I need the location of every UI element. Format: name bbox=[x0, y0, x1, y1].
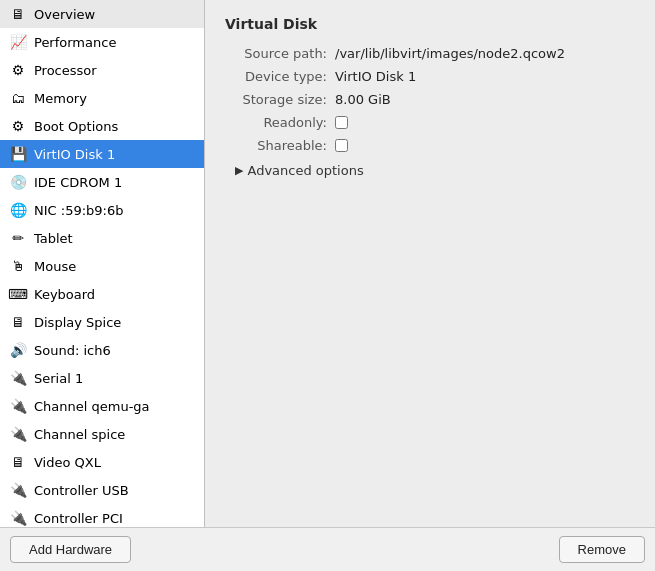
content-area: Virtual Disk Source path:/var/lib/libvir… bbox=[205, 0, 655, 527]
shareable-label: Shareable: bbox=[225, 138, 335, 153]
readonly-label: Readonly: bbox=[225, 115, 335, 130]
sidebar-label-controller-usb: Controller USB bbox=[34, 483, 129, 498]
channel-spice-icon: 🔌 bbox=[8, 424, 28, 444]
field-row-1: Device type:VirtIO Disk 1 bbox=[225, 69, 635, 84]
controller-usb-icon: 🔌 bbox=[8, 480, 28, 500]
sound-ich6-icon: 🔊 bbox=[8, 340, 28, 360]
overview-icon: 🖥 bbox=[8, 4, 28, 24]
field-value-2: 8.00 GiB bbox=[335, 92, 391, 107]
advanced-options-arrow: ▶ bbox=[235, 164, 243, 177]
add-hardware-button[interactable]: Add Hardware bbox=[10, 536, 131, 563]
sidebar-item-boot-options[interactable]: ⚙Boot Options bbox=[0, 112, 204, 140]
sidebar-label-mouse: Mouse bbox=[34, 259, 76, 274]
sidebar-item-controller-usb[interactable]: 🔌Controller USB bbox=[0, 476, 204, 504]
virtio-disk-1-icon: 💾 bbox=[8, 144, 28, 164]
sidebar-label-nic: NIC :59:b9:6b bbox=[34, 203, 124, 218]
sidebar-label-sound-ich6: Sound: ich6 bbox=[34, 343, 111, 358]
controller-pci-icon: 🔌 bbox=[8, 508, 28, 527]
readonly-checkbox[interactable] bbox=[335, 116, 348, 129]
field-row-0: Source path:/var/lib/libvirt/images/node… bbox=[225, 46, 635, 61]
sidebar-label-ide-cdrom-1: IDE CDROM 1 bbox=[34, 175, 122, 190]
field-label-2: Storage size: bbox=[225, 92, 335, 107]
processor-icon: ⚙ bbox=[8, 60, 28, 80]
sidebar-item-serial-1[interactable]: 🔌Serial 1 bbox=[0, 364, 204, 392]
tablet-icon: ✏ bbox=[8, 228, 28, 248]
sidebar-label-boot-options: Boot Options bbox=[34, 119, 118, 134]
sidebar-label-keyboard: Keyboard bbox=[34, 287, 95, 302]
sidebar-item-nic[interactable]: 🌐NIC :59:b9:6b bbox=[0, 196, 204, 224]
field-label-1: Device type: bbox=[225, 69, 335, 84]
sidebar-item-ide-cdrom-1[interactable]: 💿IDE CDROM 1 bbox=[0, 168, 204, 196]
sidebar-item-controller-pci[interactable]: 🔌Controller PCI bbox=[0, 504, 204, 527]
shareable-row: Shareable: bbox=[225, 138, 635, 153]
keyboard-icon: ⌨ bbox=[8, 284, 28, 304]
sidebar-item-video-qxl[interactable]: 🖥Video QXL bbox=[0, 448, 204, 476]
field-row-2: Storage size:8.00 GiB bbox=[225, 92, 635, 107]
sidebar-label-virtio-disk-1: VirtIO Disk 1 bbox=[34, 147, 115, 162]
remove-button[interactable]: Remove bbox=[559, 536, 645, 563]
sidebar-item-display-spice[interactable]: 🖥Display Spice bbox=[0, 308, 204, 336]
sidebar-label-channel-spice: Channel spice bbox=[34, 427, 125, 442]
field-value-1: VirtIO Disk 1 bbox=[335, 69, 416, 84]
readonly-row: Readonly: bbox=[225, 115, 635, 130]
advanced-options-label: Advanced options bbox=[247, 163, 363, 178]
boot-options-icon: ⚙ bbox=[8, 116, 28, 136]
shareable-checkbox[interactable] bbox=[335, 139, 348, 152]
performance-icon: 📈 bbox=[8, 32, 28, 52]
sidebar-label-controller-pci: Controller PCI bbox=[34, 511, 123, 526]
sidebar-label-display-spice: Display Spice bbox=[34, 315, 121, 330]
channel-qemu-ga-icon: 🔌 bbox=[8, 396, 28, 416]
advanced-options-toggle[interactable]: ▶ Advanced options bbox=[235, 163, 635, 178]
content-title: Virtual Disk bbox=[225, 16, 635, 32]
sidebar-item-channel-spice[interactable]: 🔌Channel spice bbox=[0, 420, 204, 448]
field-value-0: /var/lib/libvirt/images/node2.qcow2 bbox=[335, 46, 565, 61]
video-qxl-icon: 🖥 bbox=[8, 452, 28, 472]
sidebar-item-memory[interactable]: 🗂Memory bbox=[0, 84, 204, 112]
sidebar-label-processor: Processor bbox=[34, 63, 97, 78]
sidebar-label-overview: Overview bbox=[34, 7, 95, 22]
serial-1-icon: 🔌 bbox=[8, 368, 28, 388]
sidebar-item-keyboard[interactable]: ⌨Keyboard bbox=[0, 280, 204, 308]
memory-icon: 🗂 bbox=[8, 88, 28, 108]
sidebar: 🖥Overview📈Performance⚙Processor🗂Memory⚙B… bbox=[0, 0, 205, 527]
sidebar-label-channel-qemu-ga: Channel qemu-ga bbox=[34, 399, 150, 414]
sidebar-label-tablet: Tablet bbox=[34, 231, 73, 246]
ide-cdrom-1-icon: 💿 bbox=[8, 172, 28, 192]
sidebar-label-performance: Performance bbox=[34, 35, 116, 50]
display-spice-icon: 🖥 bbox=[8, 312, 28, 332]
sidebar-item-processor[interactable]: ⚙Processor bbox=[0, 56, 204, 84]
field-label-0: Source path: bbox=[225, 46, 335, 61]
sidebar-item-virtio-disk-1[interactable]: 💾VirtIO Disk 1 bbox=[0, 140, 204, 168]
sidebar-label-serial-1: Serial 1 bbox=[34, 371, 83, 386]
sidebar-label-video-qxl: Video QXL bbox=[34, 455, 101, 470]
nic-icon: 🌐 bbox=[8, 200, 28, 220]
sidebar-item-tablet[interactable]: ✏Tablet bbox=[0, 224, 204, 252]
mouse-icon: 🖱 bbox=[8, 256, 28, 276]
sidebar-item-channel-qemu-ga[interactable]: 🔌Channel qemu-ga bbox=[0, 392, 204, 420]
sidebar-item-performance[interactable]: 📈Performance bbox=[0, 28, 204, 56]
sidebar-label-memory: Memory bbox=[34, 91, 87, 106]
sidebar-item-overview[interactable]: 🖥Overview bbox=[0, 0, 204, 28]
footer: Add Hardware Remove bbox=[0, 527, 655, 571]
sidebar-item-sound-ich6[interactable]: 🔊Sound: ich6 bbox=[0, 336, 204, 364]
sidebar-item-mouse[interactable]: 🖱Mouse bbox=[0, 252, 204, 280]
